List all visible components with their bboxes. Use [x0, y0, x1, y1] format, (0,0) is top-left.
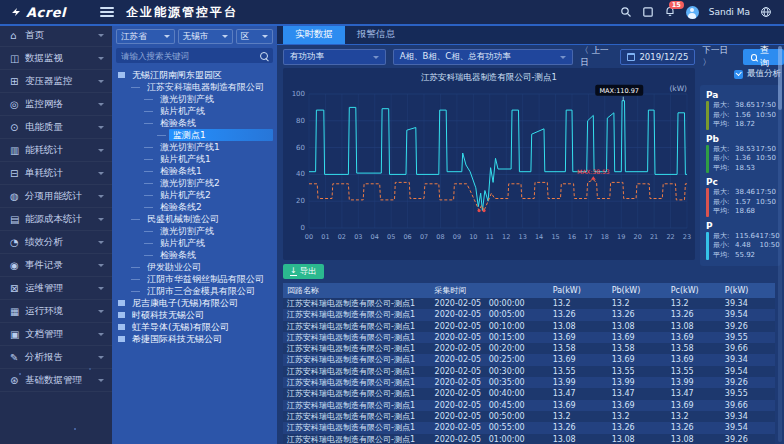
tree-node[interactable]: 江苏安科瑞电器制造有限公司: [116, 81, 273, 93]
table-row[interactable]: 江苏安科瑞电器制造有限公司-测点1 2020-02-05 01:00:00 13…: [283, 434, 775, 444]
tree-node[interactable]: 江阴市三合金模具有限公司: [116, 285, 273, 297]
sidebar-item[interactable]: ✎ 分析报告: [0, 346, 112, 369]
username[interactable]: Sandi Ma: [709, 7, 750, 17]
sidebar-item[interactable]: ⊙ 电能质量: [0, 116, 112, 139]
table-row[interactable]: 江苏安科瑞电器制造有限公司-测点1 2020-02-05 00:45:00 13…: [283, 400, 775, 411]
tree-node[interactable]: 激光切割产线2: [116, 177, 273, 189]
tree-node[interactable]: 检验条线: [116, 117, 273, 129]
table-row[interactable]: 江苏安科瑞电器制造有限公司-测点1 2020-02-05 00:10:00 13…: [283, 321, 775, 332]
cell-pc: 13.2: [667, 298, 721, 309]
tree-node[interactable]: 江阴市华益钢丝制品有限公司: [116, 273, 273, 285]
cell-time: 00:25:00: [485, 354, 549, 365]
cell-date: 2020-02-05: [431, 332, 485, 343]
tree-node[interactable]: 伊发勘业公司: [116, 261, 273, 273]
sidebar-item[interactable]: ⊛ 基础数据管理: [0, 369, 112, 392]
table-row[interactable]: 江苏安科瑞电器制造有限公司-测点1 2020-02-05 00:15:00 13…: [283, 332, 775, 343]
sidebar-item[interactable]: ▦ 运行环境: [0, 300, 112, 323]
tree-node[interactable]: 激光切割产线1: [116, 141, 273, 153]
tab-alarm-info[interactable]: 报警信息: [345, 24, 407, 44]
series-color-bar: [706, 232, 709, 261]
cell-p: 39.66: [721, 343, 775, 354]
max-min-analysis-toggle[interactable]: 最值分析: [700, 68, 781, 80]
table-row[interactable]: 江苏安科瑞电器制造有限公司-测点1 2020-02-05 00:05:00 13…: [283, 309, 775, 320]
svg-text:02: 02: [338, 233, 346, 241]
stat-max-time: 17:50: [756, 188, 776, 198]
tree-node-label: 贴片机产线: [156, 237, 209, 249]
search-icon[interactable]: [260, 52, 268, 60]
scrollbar-thumb[interactable]: [778, 46, 782, 110]
table-row[interactable]: 江苏安科瑞电器制造有限公司-测点1 2020-02-05 00:20:00 13…: [283, 343, 775, 354]
province-select[interactable]: 江苏省: [116, 29, 175, 44]
table-row[interactable]: 江苏安科瑞电器制造有限公司-测点1 2020-02-05 00:55:00 13…: [283, 422, 775, 433]
table-row[interactable]: 江苏安科瑞电器制造有限公司-测点1 2020-02-05 00:25:00 13…: [283, 354, 775, 365]
prev-day-button[interactable]: 〈 上一日: [580, 45, 613, 69]
tree-node[interactable]: 激光切割产线: [116, 225, 273, 237]
table-row[interactable]: 江苏安科瑞电器制造有限公司-测点1 2020-02-05 00:00:00 13…: [283, 298, 775, 309]
phase-select[interactable]: A相、B相、C相、总有功功率: [393, 49, 574, 65]
city-select[interactable]: 无锡市: [178, 29, 233, 44]
tree-node[interactable]: 贴片机产线: [116, 237, 273, 249]
fullscreen-icon[interactable]: [642, 6, 654, 18]
sidebar-item[interactable]: ⊟ 单耗统计: [0, 162, 112, 185]
tree-node[interactable]: 贴片机产线2: [116, 189, 273, 201]
tab-realtime-data[interactable]: 实时数据: [283, 24, 345, 44]
tree-node[interactable]: 时硕科技无锡公司: [116, 309, 273, 321]
tree-search-input[interactable]: [121, 51, 260, 61]
cell-circuit-name: 江苏安科瑞电器制造有限公司-测点1: [283, 309, 431, 320]
cell-circuit-name: 江苏安科瑞电器制造有限公司-测点1: [283, 377, 431, 388]
brand-logo[interactable]: Acrel: [0, 5, 98, 20]
brand-mark-icon: [10, 6, 22, 18]
tree-node-label: 伊发勘业公司: [143, 261, 205, 273]
tree-node[interactable]: 贴片机产线1: [116, 153, 273, 165]
cell-circuit-name: 江苏安科瑞电器制造有限公司-测点1: [283, 332, 431, 343]
avatar[interactable]: [686, 6, 699, 19]
district-select[interactable]: 区: [236, 29, 273, 44]
sidebar-item[interactable]: ⌂ 首页: [0, 24, 112, 47]
tree-node[interactable]: 虹羊导体(无锡)有限公司: [116, 321, 273, 333]
hamburger-icon[interactable]: [100, 7, 114, 17]
table-row[interactable]: 江苏安科瑞电器制造有限公司-测点1 2020-02-05 00:35:00 13…: [283, 377, 775, 388]
tree-node[interactable]: 民盛机械制造公司: [116, 213, 273, 225]
table-row[interactable]: 江苏安科瑞电器制造有限公司-测点1 2020-02-05 00:40:00 13…: [283, 388, 775, 399]
stat-min: 1.56: [735, 111, 756, 121]
sidebar-item[interactable]: ◎ 监控网络: [0, 93, 112, 116]
next-day-button[interactable]: 下一日 〉: [702, 45, 735, 69]
tree-node[interactable]: 检验条线: [116, 249, 273, 261]
cell-pa: 13.69: [549, 400, 608, 411]
stat-min-time: 10:50: [756, 154, 776, 164]
date-picker[interactable]: 2019/12/25: [620, 49, 695, 65]
tree-node[interactable]: 希捷国际科技无锡公司: [116, 333, 273, 345]
tree-node[interactable]: 激光切割产线: [116, 93, 273, 105]
sidebar-item[interactable]: ◍ 分项用能统计: [0, 185, 112, 208]
sidebar-item[interactable]: ⊠ 运维管理: [0, 277, 112, 300]
vertical-scrollbar[interactable]: [778, 46, 782, 442]
power-type-select[interactable]: 有功功率: [283, 49, 386, 65]
sidebar-item[interactable]: ⊞ 变压器监控: [0, 70, 112, 93]
tree-node[interactable]: 无锡江阴南闸东盟园区: [116, 69, 273, 81]
sidebar-item[interactable]: ▣ 文档管理: [0, 323, 112, 346]
tree-node-label: 检验条线1: [156, 165, 206, 177]
search-icon[interactable]: [620, 6, 632, 18]
sidebar-item[interactable]: ◫ 数据监视: [0, 47, 112, 70]
sidebar-item[interactable]: ◉ 事件记录: [0, 254, 112, 277]
power-line-chart[interactable]: 0001020304050607080910111213141516171819…: [283, 80, 695, 256]
stat-group: P 最大:115.6417:50 最小:4.4810:50 平均:55.92: [706, 221, 776, 261]
cell-pa: 13.08: [549, 321, 608, 332]
export-button[interactable]: ↓ 导出: [283, 264, 324, 279]
tree-node[interactable]: 检验条线2: [116, 201, 273, 213]
sidebar-item[interactable]: ▥ 能耗统计: [0, 139, 112, 162]
globe-icon[interactable]: [760, 6, 772, 18]
tree-node[interactable]: 贴片机产线: [116, 105, 273, 117]
table-row[interactable]: 江苏安科瑞电器制造有限公司-测点1 2020-02-05 00:30:00 13…: [283, 366, 775, 377]
svg-text:03: 03: [354, 233, 362, 241]
notifications[interactable]: 15: [664, 6, 676, 18]
sidebar-item[interactable]: ▤ 能源成本统计: [0, 208, 112, 231]
cell-date: 2020-02-05: [431, 321, 485, 332]
tree-node[interactable]: 检验条线1: [116, 165, 273, 177]
cell-pb: 13.47: [608, 388, 667, 399]
chevron-down-icon: [98, 264, 104, 267]
sidebar-item[interactable]: ◔ 绩效分析: [0, 231, 112, 254]
table-row[interactable]: 江苏安科瑞电器制造有限公司-测点1 2020-02-05 00:50:00 13…: [283, 411, 775, 422]
tree-node[interactable]: 监测点1: [116, 129, 273, 141]
tree-node[interactable]: 尼吉康电子(无锡)有限公司: [116, 297, 273, 309]
